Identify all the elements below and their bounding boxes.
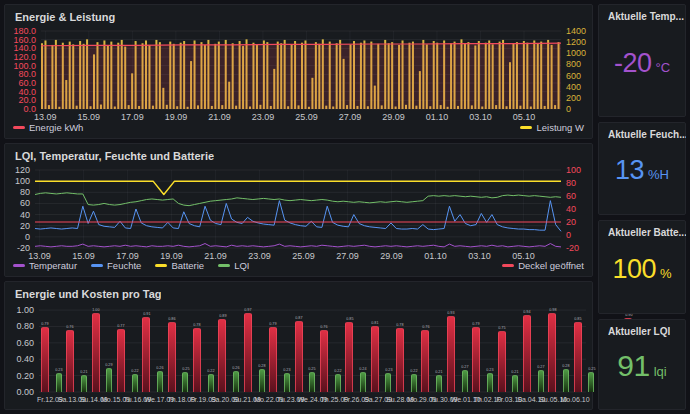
kosten-bar: 0.28: [256, 306, 268, 392]
bar-group-we-24-09[interactable]: 0.850.24: [344, 306, 369, 392]
energie-bar-rect: [548, 313, 556, 392]
energie-bar: 0.89: [217, 306, 229, 392]
bar-group-th-02-10[interactable]: 0.980.28: [547, 306, 572, 392]
kosten-bar-rect: [385, 373, 391, 392]
kosten-bar-rect: [208, 374, 214, 392]
y-axis-tick: 0.20: [5, 372, 34, 381]
energie-bar-rect: [472, 327, 480, 392]
bar-value-label: 0.76: [422, 325, 429, 329]
energie-bar-rect: [320, 330, 328, 392]
daily-bars-row: 0.790.230.760.211.000.290.770.220.910.26…: [39, 306, 586, 392]
kosten-bar-rect: [538, 370, 544, 392]
stat-title-temperature[interactable]: Aktuelle Temp...: [608, 11, 684, 22]
y-axis-left-tick: 120: [5, 166, 30, 175]
bar-value-label: 0.85: [574, 318, 581, 322]
kosten-bar: 0.21: [78, 306, 90, 392]
x-axis-day-label: Mo.06.10: [560, 396, 589, 403]
legend-item-leistung-w[interactable]: Leistung W: [520, 122, 584, 133]
y-axis-right-tick: 1200: [566, 38, 586, 47]
kosten-bar-rect: [233, 371, 239, 392]
bar-group-we-01-10[interactable]: 0.940.27: [521, 306, 546, 392]
y-axis-right-tick: 100: [566, 166, 581, 175]
bar-group-fr-03-10[interactable]: 0.850.25: [572, 306, 597, 392]
y-axis-left-tick: 40.0: [5, 88, 36, 97]
bar-group-mo-15-09[interactable]: 0.770.22: [115, 306, 140, 392]
bar-group-tu-30-09[interactable]: 0.750.21: [496, 306, 521, 392]
lqi-temp-plot[interactable]: -20020406080100120-2002040608010013.0915…: [5, 144, 594, 278]
bar-group-fr-26-09[interactable]: 0.780.22: [394, 306, 419, 392]
energie-bar: 0.81: [369, 306, 381, 392]
energie-leistung-plot[interactable]: 0.020.040.060.080.0100.0120.0140.0160.01…: [5, 5, 594, 140]
stat-value-battery: 100 %: [599, 253, 685, 284]
humidity-value: 13: [615, 155, 644, 186]
bar-group-mo-22-09[interactable]: 0.870.25: [293, 306, 318, 392]
stat-title-lqi[interactable]: Aktueller LQI: [608, 326, 670, 337]
legend-marker: [502, 264, 514, 267]
stat-title-humidity[interactable]: Aktuelle Feuch...: [608, 129, 686, 140]
bar-value-label: 0.87: [295, 316, 302, 320]
y-axis-tick: 0.60: [5, 339, 34, 348]
y-axis-left-tick: 100.0: [5, 62, 36, 71]
y-axis-left-tick: 120.0: [5, 53, 36, 62]
energie-bar: 0.76: [420, 306, 432, 392]
energie-bar-rect: [371, 326, 379, 392]
bar-group-tu-16-09[interactable]: 0.910.26: [141, 306, 166, 392]
stat-value-humidity: 13 %H: [599, 155, 685, 186]
energie-bar-rect: [92, 313, 100, 392]
y-axis-tick: 0.80: [5, 322, 34, 331]
y-axis-right-tick: 0: [566, 231, 571, 240]
bar-group-we-17-09[interactable]: 0.860.25: [166, 306, 191, 392]
bar-group-fr-19-09[interactable]: 0.890.26: [217, 306, 242, 392]
kosten-bar: 0.22: [205, 306, 217, 392]
y-axis-right-tick: -20: [566, 244, 579, 253]
battery-value: 100: [612, 253, 656, 284]
legend-item-deckel-ge-ffnet[interactable]: Deckel geöffnet: [502, 260, 584, 271]
bar-value-label: 0.23: [55, 368, 62, 372]
bar-group-tu-23-09[interactable]: 0.760.22: [318, 306, 343, 392]
kosten-bar: 0.26: [154, 306, 166, 392]
energie-bar: 0.98: [547, 306, 559, 392]
y-axis-right-tick: 600: [566, 72, 581, 81]
energie-bar-rect: [117, 329, 125, 392]
bar-value-label: 1.00: [92, 308, 99, 312]
bar-group-sa-27-09[interactable]: 0.760.21: [420, 306, 445, 392]
bar-group-su-21-09[interactable]: 0.790.23: [267, 306, 292, 392]
kosten-bar-rect: [157, 371, 163, 392]
bar-value-label: 0.27: [537, 365, 544, 369]
bar-group-fr-12-09[interactable]: 0.790.23: [39, 306, 64, 392]
y-axis-left-tick: 0: [5, 233, 30, 242]
bar-group-sa-13-09[interactable]: 0.760.21: [64, 306, 89, 392]
energie-bar-rect: [421, 330, 429, 392]
kosten-bar-rect: [588, 372, 594, 392]
y-axis-left-tick: 20: [5, 222, 30, 231]
energie-bar: 0.85: [344, 306, 356, 392]
panel-energie-kosten-pro-tag: Energie und Kosten pro Tag 0.000.200.400…: [4, 281, 593, 410]
energie-bar-rect: [244, 313, 252, 392]
bar-value-label: 0.91: [143, 313, 150, 317]
bar-value-label: 0.28: [562, 364, 569, 368]
energie-bar: 0.75: [496, 306, 508, 392]
bar-value-label: 0.98: [549, 308, 556, 312]
energie-bar-rect: [269, 327, 277, 392]
bar-group-th-18-09[interactable]: 0.780.22: [191, 306, 216, 392]
kosten-bar-rect: [512, 375, 518, 392]
bar-group-mo-29-09[interactable]: 0.790.23: [470, 306, 495, 392]
bar-group-su-28-09[interactable]: 0.930.27: [445, 306, 470, 392]
energie-kosten-plot[interactable]: 0.000.200.400.600.801.000.790.230.760.21…: [5, 282, 594, 411]
energie-bar-rect: [396, 328, 404, 392]
legend-deckel: Deckel geöffnet: [13, 260, 584, 271]
y-axis-right-tick: 800: [566, 60, 581, 69]
bar-value-label: 0.79: [41, 323, 48, 327]
kosten-bar-rect: [563, 369, 569, 392]
bar-group-su-14-09[interactable]: 1.000.29: [90, 306, 115, 392]
stat-title-battery[interactable]: Aktueller Batte...: [608, 227, 686, 238]
y-axis-tick: 0.40: [5, 355, 34, 364]
bar-group-th-25-09[interactable]: 0.810.23: [369, 306, 394, 392]
bar-value-label: 0.23: [385, 368, 392, 372]
bar-group-sa-20-09[interactable]: 0.970.28: [242, 306, 267, 392]
bar-value-label: 0.22: [207, 369, 214, 373]
kosten-bar-rect: [411, 374, 417, 392]
kosten-bar-rect: [56, 373, 62, 392]
energie-bar: 0.79: [267, 306, 279, 392]
kosten-bar-rect: [462, 370, 468, 392]
